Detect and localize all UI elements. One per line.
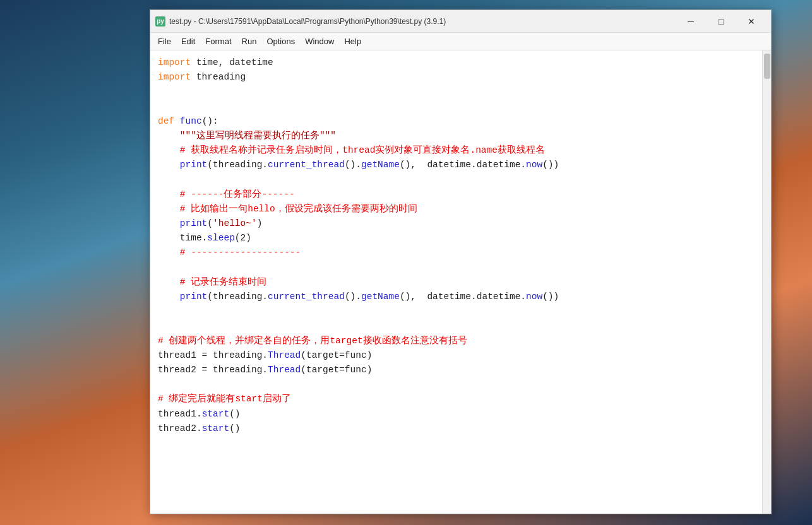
line-15 <box>158 261 755 275</box>
line-9 <box>158 173 755 187</box>
line-22: thread2 = threading.Thread(target=func) <box>158 363 755 377</box>
line-6: """这里写明线程需要执行的任务""" <box>158 129 755 143</box>
line-21: thread1 = threading.Thread(target=func) <box>158 348 755 363</box>
window-controls: ─ □ ✕ <box>676 13 766 30</box>
menu-window[interactable]: Window <box>300 35 339 48</box>
line-20: # 创建两个线程，并绑定各自的任务，用target接收函数名注意没有括号 <box>158 334 755 348</box>
line-5: def func(): <box>158 114 755 129</box>
line-11: # 比如输出一句hello，假设完成该任务需要两秒的时间 <box>158 202 755 216</box>
line-10: # ------任务部分------ <box>158 187 755 202</box>
line-1: import time, datetime <box>158 56 755 70</box>
line-19 <box>158 319 755 333</box>
line-25: thread1.start() <box>158 407 755 422</box>
code-editor[interactable]: import time, datetime import threading d… <box>150 50 762 514</box>
menu-help[interactable]: Help <box>339 35 366 48</box>
menu-format[interactable]: Format <box>200 35 236 48</box>
menu-bar: File Edit Format Run Options Window Help <box>150 33 771 50</box>
menu-run[interactable]: Run <box>237 35 262 48</box>
line-3 <box>158 85 755 99</box>
maximize-button[interactable]: □ <box>707 13 736 30</box>
close-button[interactable]: ✕ <box>737 13 766 30</box>
line-13: time.sleep(2) <box>158 231 755 245</box>
line-24: # 绑定完后就能有start启动了 <box>158 392 755 406</box>
title-bar: py test.py - C:\Users\17591\AppData\Loca… <box>150 10 771 33</box>
menu-edit[interactable]: Edit <box>176 35 200 48</box>
line-12: print('hello~') <box>158 216 755 231</box>
line-7: # 获取线程名称并记录任务启动时间，thread实例对象可直接对象名.name获… <box>158 143 755 158</box>
line-23 <box>158 377 755 392</box>
editor-window: py test.py - C:\Users\17591\AppData\Loca… <box>150 9 772 514</box>
window-title: test.py - C:\Users\17591\AppData\Local\P… <box>169 17 446 26</box>
app-icon: py <box>155 16 165 27</box>
line-17: print(threading.current_thread().getName… <box>158 290 755 304</box>
app-icon-label: py <box>157 18 164 25</box>
vertical-scrollbar[interactable]: ▲ <box>762 50 771 514</box>
line-4 <box>158 100 755 114</box>
menu-file[interactable]: File <box>153 35 176 48</box>
line-16: # 记录任务结束时间 <box>158 275 755 290</box>
minimize-button[interactable]: ─ <box>676 13 705 30</box>
line-26: thread2.start() <box>158 422 755 436</box>
menu-options[interactable]: Options <box>261 35 300 48</box>
line-18 <box>158 304 755 319</box>
line-14: # -------------------- <box>158 245 755 260</box>
line-8: print(threading.current_thread().getName… <box>158 158 755 172</box>
title-bar-left: py test.py - C:\Users\17591\AppData\Loca… <box>155 16 446 27</box>
scroll-thumb[interactable] <box>764 54 770 79</box>
line-2: import threading <box>158 70 755 85</box>
code-area: import time, datetime import threading d… <box>150 50 771 514</box>
